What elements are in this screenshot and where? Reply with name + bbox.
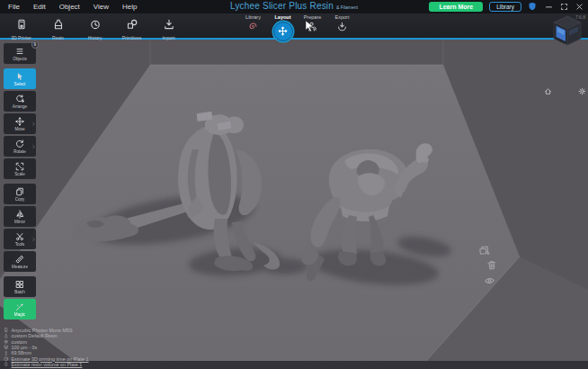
arrange-icon (15, 94, 24, 104)
menu-edit[interactable]: Edit (33, 3, 46, 11)
scale-icon (15, 162, 24, 171)
layers-icon (4, 345, 9, 350)
menu-bar: FileEditObjectViewHelp (8, 3, 137, 11)
resin-icon (53, 17, 64, 33)
lychee-slicer-window: FileEditObjectViewHelp Lychee Slicer Plu… (0, 0, 588, 369)
prepare-icon (307, 22, 317, 32)
delete-plate-icon (486, 259, 497, 271)
toggle-visibility-button[interactable] (484, 274, 499, 286)
sidebar-group: BatchMagic (4, 276, 36, 320)
toolbar-printer3d-button[interactable]: 3D Printer (3, 14, 40, 40)
sidebar-item-move[interactable]: Move (4, 113, 36, 134)
library-button[interactable]: Library (489, 2, 521, 12)
toolbar-import-button[interactable]: Import (150, 14, 187, 40)
tools-icon (15, 232, 24, 241)
objects-count-badge: 9 (31, 40, 40, 49)
delete-plate-button[interactable] (486, 259, 497, 271)
toolbar-resin-button[interactable]: Resin (40, 14, 76, 40)
rotate-icon (15, 140, 24, 148)
history-icon (90, 17, 101, 33)
menu-help[interactable]: Help (122, 3, 137, 11)
height-icon (4, 351, 9, 356)
close-button[interactable] (575, 3, 584, 11)
build-volume-edges (150, 40, 443, 65)
shield-icon[interactable] (528, 2, 537, 11)
batch-icon (15, 280, 24, 289)
tab-export[interactable]: Export (327, 14, 357, 32)
clock-icon (4, 356, 9, 362)
app-title-text: Lychee Slicer Plus Resin (230, 1, 334, 11)
sidebar-toolbar: Objects9SelectArrangeMoveRotateScaleCopy… (4, 43, 36, 324)
sidebar-group: SelectArrangeMoveRotateScale (4, 68, 36, 179)
viewport-3d: Objects9SelectArrangeMoveRotateScaleCopy… (0, 40, 588, 369)
select-icon (15, 72, 24, 81)
status-line-clock[interactable]: Estimate 3D printing time on Plate 1 (4, 356, 89, 361)
sidebar-item-magic[interactable]: Magic (4, 299, 36, 320)
learn-more-button[interactable]: Learn More (429, 2, 483, 12)
main-toolbar: 3D PrinterResinHistoryPrimitivesImport L… (0, 14, 588, 38)
build-plate-scene (0, 40, 588, 369)
sidebar-item-batch[interactable]: Batch (4, 276, 36, 297)
toggle-visibility-icon (484, 274, 495, 286)
status-line-resin-drop[interactable]: Estimate resin volume on Plate 1 (4, 362, 89, 367)
sidebar-item-tools[interactable]: Tools (4, 229, 36, 249)
export-icon (337, 22, 347, 32)
sidebar-item-select[interactable]: Select (4, 68, 36, 89)
profile-icon (4, 339, 9, 345)
title-bar: FileEditObjectViewHelp Lychee Slicer Plu… (0, 0, 588, 14)
toolbar-buttons: 3D PrinterResinHistoryPrimitivesImport (3, 14, 187, 40)
import-icon (164, 17, 174, 33)
library-icon (248, 22, 258, 32)
chevron-right-icon (31, 144, 36, 148)
sidebar-item-scale[interactable]: Scale (4, 158, 36, 179)
printer-icon (4, 328, 9, 333)
sidebar-item-objects[interactable]: Objects9 (4, 43, 36, 64)
primitives-icon (127, 17, 138, 33)
duplicate-plate-button[interactable] (478, 244, 496, 256)
mode-tabs: LibraryLayoutPrepareExport (238, 14, 357, 41)
tab-prepare[interactable]: Prepare (298, 14, 327, 32)
tab-layout[interactable]: Layout (268, 14, 298, 41)
copy-icon (15, 187, 24, 196)
objects-icon (15, 47, 24, 56)
sidebar-item-mirror[interactable]: Mirror (4, 206, 36, 227)
tab-library[interactable]: Library (238, 14, 268, 32)
duplicate-plate-icon (478, 245, 490, 256)
magic-icon (15, 302, 24, 311)
menu-view[interactable]: View (94, 3, 109, 11)
layout-icon (273, 22, 293, 41)
sidebar-item-arrange[interactable]: Arrange (4, 91, 36, 112)
sidebar-item-copy[interactable]: Copy (4, 184, 36, 204)
resin-drop-icon (4, 334, 9, 339)
app-title-suffix: & Filament (336, 4, 358, 10)
navigation-cube[interactable] (549, 14, 585, 48)
sidebar-item-rotate[interactable]: Rotate (4, 136, 36, 157)
menu-object[interactable]: Object (59, 3, 80, 11)
measure-icon (15, 255, 24, 264)
plate-tools (478, 244, 499, 286)
app-title: Lychee Slicer Plus Resin & Filament (230, 1, 358, 11)
sidebar-item-measure[interactable]: Measure (4, 251, 36, 272)
status-panel: Anycubic Photon Mono M5Scustom Default R… (4, 328, 89, 367)
toolbar-history-button[interactable]: History (76, 14, 113, 40)
build-plate (0, 65, 520, 369)
gear-icon[interactable] (578, 87, 586, 95)
window-controls (545, 3, 584, 11)
toolbar-primitives-button[interactable]: Primitives (113, 14, 150, 40)
printer3d-icon (16, 17, 27, 33)
title-bar-actions: Learn More Library (429, 2, 584, 12)
minimize-button[interactable] (545, 3, 553, 11)
move-icon (15, 117, 24, 126)
resin-drop-icon (4, 362, 9, 367)
home-view-icon[interactable] (544, 87, 552, 95)
menu-file[interactable]: File (8, 3, 20, 11)
sidebar-group: Objects9 (4, 43, 36, 64)
mirror-icon (15, 210, 24, 219)
chevron-right-icon (31, 237, 36, 241)
sidebar-group: CopyMirrorToolsMeasure (4, 184, 36, 272)
maximize-button[interactable] (560, 3, 568, 11)
chevron-right-icon (31, 122, 36, 126)
